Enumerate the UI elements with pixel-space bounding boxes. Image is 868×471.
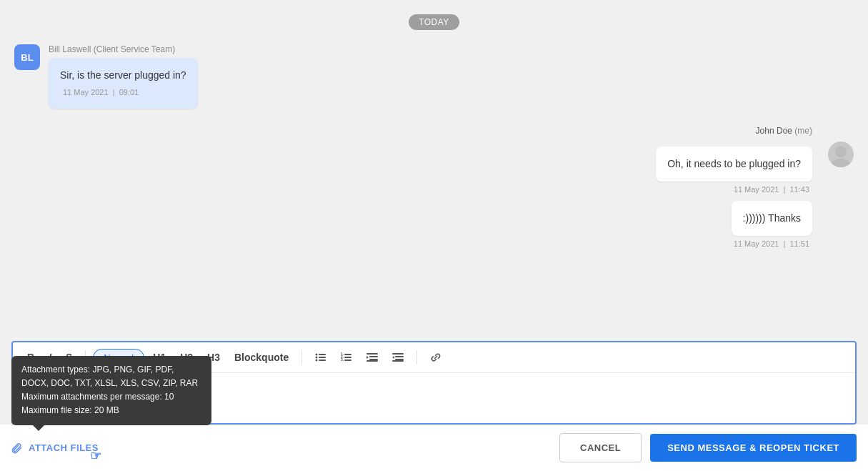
chat-area: TODAY BL Bill Laswell (Client Service Te… <box>0 0 868 341</box>
svg-point-0 <box>835 146 847 157</box>
right-timestamp-2: 11 May 2021 | 11:51 <box>731 239 812 248</box>
right-bubble-1: Oh, it needs to be plugged in? <box>656 147 812 182</box>
right-sender-suffix: (me) <box>794 126 812 136</box>
svg-point-2 <box>316 354 318 356</box>
blockquote-button[interactable]: Blockquote <box>229 348 294 367</box>
indent-button[interactable] <box>361 348 384 367</box>
message-bubble: Sir, is the server plugged in? 11 May 20… <box>49 58 198 109</box>
svg-rect-9 <box>344 354 351 355</box>
sender-full-name: Bill Laswell <box>49 44 91 54</box>
right-message-text-2: :)))))) Thanks <box>743 212 801 224</box>
attachment-tooltip: Attachment types: JPG, PNG, GIF, PDF, DO… <box>11 356 211 425</box>
message-group-left: BL Bill Laswell (Client Service Team) Si… <box>14 44 854 109</box>
message-content-left: Bill Laswell (Client Service Team) Sir, … <box>49 44 198 109</box>
svg-rect-3 <box>319 354 326 355</box>
right-avatar <box>828 142 854 167</box>
outdent-button[interactable] <box>386 348 409 367</box>
svg-rect-7 <box>319 360 326 361</box>
svg-rect-11 <box>344 357 351 358</box>
right-message-text-1: Oh, it needs to be plugged in? <box>667 158 801 169</box>
attach-label: ATTACH FILES <box>29 442 99 453</box>
message-text: Sir, is the server plugged in? <box>60 69 186 81</box>
svg-rect-15 <box>369 356 378 357</box>
right-timestamp-1: 11 May 2021 | 11:43 <box>731 185 812 194</box>
bottom-bar: Attachment types: JPG, PNG, GIF, PDF, DO… <box>0 425 868 471</box>
today-badge: TODAY <box>14 14 854 30</box>
svg-point-1 <box>831 159 851 167</box>
svg-rect-19 <box>392 353 404 355</box>
divider-2 <box>301 350 302 365</box>
sender-team: (Client Service Team) <box>94 44 175 54</box>
avatar: BL <box>14 44 40 70</box>
link-button[interactable] <box>424 348 447 367</box>
svg-text:3.: 3. <box>341 357 344 362</box>
right-message-group: John Doe (me) Oh, it needs to be plugged… <box>14 126 854 248</box>
cancel-button[interactable]: CANCEL <box>559 433 642 462</box>
action-buttons: CANCEL SEND MESSAGE & REOPEN TICKET <box>559 433 857 462</box>
bubble-row-1: Oh, it needs to be plugged in? 11 May 20… <box>656 147 812 194</box>
message-timestamp: 11 May 2021 | 09:01 <box>60 86 186 99</box>
svg-rect-14 <box>366 353 378 355</box>
editor-wrapper: B I S Normal H1 H2 H3 Blockquote <box>0 341 868 471</box>
svg-rect-13 <box>344 360 351 361</box>
svg-marker-23 <box>392 356 394 359</box>
right-bubble-2: :)))))) Thanks <box>732 201 812 236</box>
bubble-row-2: :)))))) Thanks 11 May 2021 | 11:51 <box>731 201 812 248</box>
sender-name: Bill Laswell (Client Service Team) <box>49 44 198 54</box>
right-messages: John Doe (me) Oh, it needs to be plugged… <box>656 126 812 248</box>
avatar-initials: BL <box>21 52 33 63</box>
svg-point-4 <box>316 357 318 359</box>
attach-wrapper: Attachment types: JPG, PNG, GIF, PDF, DO… <box>11 442 99 454</box>
right-sender-name: John Doe <box>756 126 792 136</box>
unordered-list-button[interactable] <box>309 348 332 367</box>
svg-rect-17 <box>366 360 378 362</box>
divider-3 <box>416 350 417 365</box>
send-message-button[interactable]: SEND MESSAGE & REOPEN TICKET <box>650 434 857 462</box>
ordered-list-button[interactable]: 1. 2. 3. <box>335 348 358 367</box>
tooltip-line3: Maximum file size: 20 MB <box>21 405 119 415</box>
svg-marker-18 <box>366 356 369 359</box>
svg-rect-21 <box>395 359 404 360</box>
attach-files-button[interactable]: ATTACH FILES ☞ <box>11 442 99 454</box>
cursor-icon: ☞ <box>90 448 102 464</box>
tooltip-line1: Attachment types: JPG, PNG, GIF, PDF, DO… <box>21 365 198 388</box>
svg-rect-22 <box>392 360 404 362</box>
svg-rect-20 <box>395 356 404 357</box>
tooltip-line2: Maximum attachments per message: 10 <box>21 392 174 402</box>
svg-rect-5 <box>319 357 326 358</box>
today-label: TODAY <box>409 14 459 30</box>
svg-rect-16 <box>369 359 378 360</box>
svg-point-6 <box>316 360 318 362</box>
